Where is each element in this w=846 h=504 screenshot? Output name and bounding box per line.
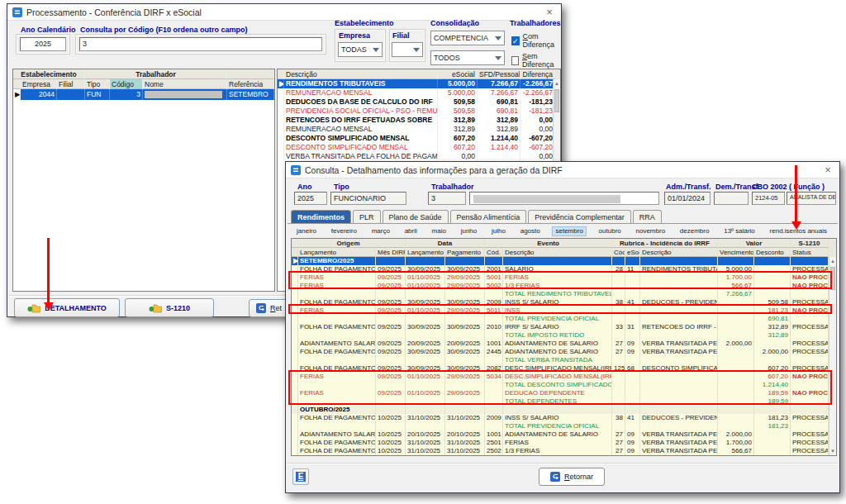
table-cell: TOTAL VERBA TRANSITADA <box>503 356 612 364</box>
table-cell: TOTAL RENDIMENTO TRIBUTAVEL <box>503 290 612 298</box>
table-cell: -181,23 <box>520 97 555 107</box>
month-agosto[interactable]: agosto <box>518 226 543 236</box>
window2-titlebar[interactable]: Consulta - Detalhamento das informações … <box>286 162 839 178</box>
table-cell: OUTUBRO/2025 <box>298 406 376 414</box>
close-icon[interactable]: × <box>821 164 834 177</box>
table-cell <box>718 323 754 331</box>
table-cell: 09 <box>625 439 640 447</box>
table-cell <box>406 422 445 430</box>
close-icon[interactable]: × <box>543 6 556 19</box>
table-cell: TOTAL IMPOSTO RETIDO <box>503 331 612 340</box>
table-row[interactable]: DEDUCOES DA BASE DE CALCULO DO IRF509,58… <box>278 97 560 107</box>
window1-titlebar[interactable]: Processamento - Conferência DIRF x eSoci… <box>7 4 561 21</box>
annotation-box-ferias-1 <box>288 271 832 289</box>
table-cell <box>485 422 503 430</box>
tab-plano-de-saude[interactable]: Plano de Saúde <box>383 210 449 224</box>
table-cell: 31/10/2025 <box>406 439 445 447</box>
filial-dropdown[interactable] <box>392 42 423 57</box>
table-cell: DEDUCOES - PREVIDENCIA <box>640 414 718 422</box>
table-cell <box>612 406 625 414</box>
tab-plr[interactable]: PLR <box>353 210 381 224</box>
empresa-dropdown[interactable]: TODAS <box>338 42 383 57</box>
month-novembro[interactable]: novembro <box>634 226 668 236</box>
month-marco[interactable]: março <box>369 226 392 236</box>
table-cell: 2502 <box>485 447 503 455</box>
month-13-salario[interactable]: 13º salário <box>721 226 758 236</box>
excel-export-button[interactable]: E <box>292 468 309 485</box>
table-cell: REMUNERACAO MENSAL <box>284 88 438 97</box>
s1210-button[interactable]: S-1210 <box>125 298 214 317</box>
table-row[interactable]: FOLHA DE PAGAMENTO10/202531/10/202531/10… <box>292 447 836 455</box>
table-row[interactable]: PREVIDENCIA SOCIAL OFICIAL - PSO - REMUN… <box>278 107 560 116</box>
table-cell: 2501 <box>485 439 503 447</box>
table-cell: 09 <box>625 340 640 348</box>
table-row[interactable]: ADIANTAMENTO SALARIO09/202520/09/202520/… <box>292 340 836 348</box>
table-row[interactable]: TOTAL PREVIDENCIA OFICIAL690,81 <box>292 315 836 323</box>
table-cell <box>298 315 376 323</box>
tab-rra[interactable]: RRA <box>633 210 662 224</box>
month-junho[interactable]: junho <box>459 226 480 236</box>
month-fevereiro[interactable]: fevereiro <box>329 226 359 236</box>
table-row[interactable]: OUTUBRO/2025 <box>292 406 836 414</box>
table-cell: RETENCOES DO IRRF EFETUADAS SOBRE <box>284 116 438 125</box>
table-cell: 7.266,67 <box>478 79 520 88</box>
conferencia-grid-body: ▶RENDIMENTOS TRIBUTAVEIS5.000,007.266,67… <box>278 79 560 161</box>
table-row[interactable]: FOLHA DE PAGAMENTO09/202530/09/202530/09… <box>292 348 836 356</box>
detalhamento-button[interactable]: DETALHAMENTO <box>14 298 120 317</box>
month-outubro[interactable]: outubro <box>596 226 624 236</box>
table-row[interactable]: REMUNERACAO MENSAL312,89312,890,00 <box>278 125 560 134</box>
table-row[interactable]: FOLHA DE PAGAMENTO10/202531/10/202531/10… <box>292 439 836 447</box>
tab-rendimentos[interactable]: Rendimentos <box>291 210 351 224</box>
table-cell <box>445 331 485 340</box>
table-cell: 27 <box>612 348 625 356</box>
table-cell: FOLHA DE PAGAMENTO <box>298 323 376 331</box>
table-cell <box>640 315 718 323</box>
table-row[interactable]: DESCONTO SIMPLIFICADO MENSAL607,201.214,… <box>278 143 560 152</box>
header-cell: Desconto <box>754 248 791 257</box>
table-row[interactable]: RETENCOES DO IRRF EFETUADAS SOBRE312,893… <box>278 116 560 125</box>
month-julho[interactable]: julho <box>489 226 508 236</box>
table-cell: PREVIDENCIA SOCIAL OFICIAL - PSO - REMUN… <box>284 107 438 116</box>
table-cell <box>791 331 829 340</box>
ano-calendario-input[interactable]: 2025 <box>20 37 66 51</box>
table-row[interactable]: TOTAL RENDIMENTO TRIBUTAVEL7.266,67 <box>292 290 836 298</box>
header-cell: Descrição <box>503 248 612 257</box>
month-dezembro[interactable]: dezembro <box>677 226 712 236</box>
table-row[interactable]: FOLHA DE PAGAMENTO09/202530/09/202530/09… <box>292 323 836 331</box>
consolidacao-dropdown[interactable]: COMPETENCIA <box>430 31 505 45</box>
table-row[interactable]: DESCONTO SIMPLIFICADO MENSAL607,201.214,… <box>278 134 560 143</box>
table-cell <box>718 422 754 430</box>
table-row[interactable]: ▶ 2044 FUN 3 SETEMBRO <box>13 89 274 100</box>
table-row[interactable]: ▶RENDIMENTOS TRIBUTAVEIS5.000,007.266,67… <box>278 79 560 88</box>
sem-diferenca-checkbox[interactable]: Sem Diferença <box>511 52 561 69</box>
table-cell: PROCESSAD <box>791 430 829 439</box>
header-cell: Rubrica - Incidência do IRRF <box>612 239 718 248</box>
tab-previdencia-complementar[interactable]: Previdência Complementar <box>528 210 631 224</box>
table-row[interactable]: TOTAL VERBA TRANSITADA <box>292 356 836 364</box>
month-abril[interactable]: abril <box>402 226 420 236</box>
consulta-codigo-input[interactable]: 3 <box>79 37 322 51</box>
table-cell <box>625 315 640 323</box>
month-setembro[interactable]: setembro <box>552 226 586 236</box>
table-row[interactable]: TOTAL IMPOSTO RETIDO312,89 <box>292 331 836 340</box>
consolidacao-todos-dropdown[interactable]: TODOS <box>430 50 505 65</box>
estabelecimento-label: Estabelecimento <box>335 19 394 27</box>
table-row[interactable]: ▶SETEMBRO/2025 <box>292 257 836 265</box>
table-cell: 41 <box>625 414 640 422</box>
tab-pensao-alimenticia[interactable]: Pensão Alimentícia <box>450 210 527 224</box>
table-cell: ADIANTAMENTO SALARIO <box>298 340 376 348</box>
table-row[interactable]: VERBA TRANSITADA PELA FOLHA DE PAGAME0,0… <box>278 152 560 161</box>
table-cell: 30/09/2025 <box>406 323 445 331</box>
table-row[interactable]: REMUNERACAO MENSAL5.000,007.266,67-2.266… <box>278 88 560 97</box>
table-cell: 27 <box>612 340 625 348</box>
table-cell <box>376 331 406 340</box>
table-row[interactable]: FOLHA DE PAGAMENTO10/202531/10/202531/10… <box>292 414 836 422</box>
consulta-codigo-label: Consulta por Código (F10 ordena outro ca… <box>80 26 248 34</box>
month-janeiro[interactable]: janeiro <box>294 226 319 236</box>
table-cell: 09/2025 <box>376 323 406 331</box>
table-row[interactable]: TOTAL PREVIDENCIA OFICIAL181,23 <box>292 422 836 430</box>
table-row[interactable]: ADIANTAMENTO SALARIO10/202520/10/202520/… <box>292 430 836 439</box>
month-maio[interactable]: maio <box>430 226 449 236</box>
com-diferenca-checkbox[interactable]: ✓ Com Diferença <box>511 32 561 49</box>
retornar-button[interactable]: Retornar <box>539 468 605 486</box>
